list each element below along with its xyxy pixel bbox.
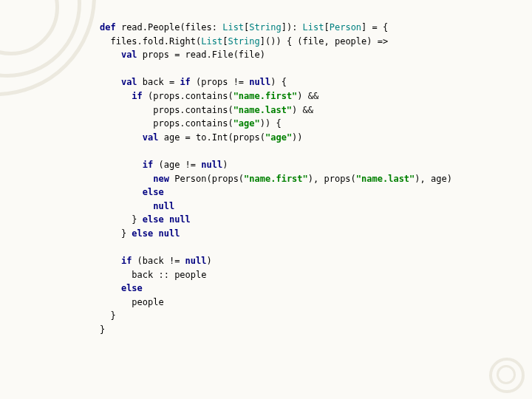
kw-val: val — [121, 77, 137, 87]
t: (age != — [153, 160, 201, 170]
t: ) — [207, 256, 212, 266]
t — [100, 187, 143, 197]
t — [100, 283, 121, 293]
t: )) { — [260, 118, 282, 129]
t: ) && — [297, 91, 318, 101]
type-list: List — [222, 22, 244, 33]
str: "age" — [265, 132, 292, 143]
t: ]): — [282, 22, 303, 33]
t: ), age) — [415, 174, 452, 184]
t: props = read.File(file) — [137, 50, 265, 60]
kw-null: null — [169, 214, 191, 225]
kw-if: if — [180, 77, 190, 87]
t — [100, 201, 153, 211]
kw-if: if — [143, 160, 153, 170]
t — [100, 132, 143, 143]
t — [153, 228, 158, 239]
t: back = — [137, 77, 180, 87]
t: back :: people — [100, 270, 207, 280]
t: ] = { — [361, 22, 388, 33]
t: people — [100, 297, 164, 307]
t: ) { — [270, 77, 287, 87]
kw-else: else — [121, 283, 143, 293]
t: ]()) { (file, people) => — [260, 36, 388, 47]
t: } — [100, 310, 116, 321]
type-string: String — [249, 22, 281, 33]
str: "age" — [233, 118, 260, 129]
t: files.fold.Right( — [100, 36, 201, 47]
kw-if: if — [121, 256, 132, 266]
kw-if: if — [132, 91, 142, 101]
type-string: String — [228, 36, 259, 47]
t: (back != — [132, 256, 185, 266]
kw-else: else — [143, 187, 164, 197]
t: ) — [222, 160, 228, 170]
str: "name.last" — [233, 105, 292, 115]
bg-ring-5 — [497, 365, 516, 384]
kw-null: null — [185, 256, 207, 266]
str: "name.first" — [233, 91, 298, 101]
t — [100, 256, 121, 266]
t — [100, 160, 143, 170]
type-list: List — [201, 36, 222, 47]
kw-def: def — [100, 22, 116, 33]
t — [100, 174, 153, 184]
code-block: def read.People(files: List[String]): Li… — [100, 21, 452, 337]
t — [164, 214, 169, 225]
kw-null: null — [249, 77, 270, 87]
kw-else: else — [132, 228, 153, 239]
t: } — [100, 214, 143, 225]
t: )) — [292, 132, 302, 143]
t: ), props( — [308, 174, 356, 184]
kw-new: new — [153, 174, 169, 184]
kw-null: null — [159, 228, 180, 239]
str: "name.first" — [244, 174, 308, 184]
type-person: Person — [330, 22, 361, 33]
t: Person(props( — [169, 174, 244, 184]
t: } — [100, 324, 105, 335]
t — [100, 50, 121, 60]
t: age = to.Int(props( — [158, 132, 265, 143]
str: "name.last" — [356, 174, 415, 184]
t — [100, 91, 132, 101]
kw-else: else — [143, 214, 164, 225]
t: } — [100, 228, 132, 239]
kw-null: null — [153, 201, 174, 211]
t: (props != — [191, 77, 249, 87]
t: [ — [324, 22, 330, 33]
kw-null: null — [201, 160, 222, 170]
type-list: List — [303, 22, 324, 33]
t: (props.contains( — [143, 91, 233, 101]
kw-val: val — [121, 50, 137, 60]
t: ) && — [292, 105, 313, 115]
t: read.People(files: — [116, 22, 223, 33]
kw-val: val — [143, 132, 159, 143]
t — [100, 77, 121, 87]
t: props.contains( — [100, 105, 233, 115]
t: props.contains( — [100, 118, 233, 129]
